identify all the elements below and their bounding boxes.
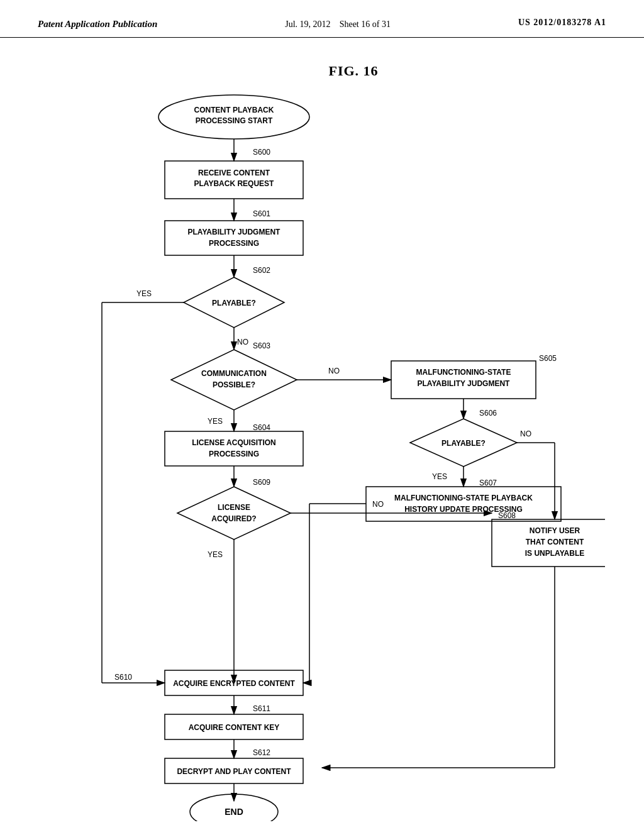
svg-text:PLAYABLE?: PLAYABLE? — [441, 439, 486, 448]
svg-text:S611: S611 — [253, 704, 270, 713]
header-center: Jul. 19, 2012 Sheet 16 of 31 — [285, 18, 391, 31]
svg-rect-11 — [165, 221, 303, 255]
svg-text:ACQUIRE CONTENT KEY: ACQUIRE CONTENT KEY — [189, 723, 280, 732]
svg-text:YES: YES — [136, 289, 152, 298]
svg-text:PROCESSING: PROCESSING — [209, 450, 259, 458]
publication-date: Jul. 19, 2012 — [285, 19, 330, 29]
svg-text:PLAYABILITY JUDGMENT: PLAYABILITY JUDGMENT — [188, 228, 281, 236]
svg-text:COMMUNICATION: COMMUNICATION — [201, 369, 267, 378]
svg-text:ACQUIRE ENCRYPTED CONTENT: ACQUIRE ENCRYPTED CONTENT — [173, 679, 295, 688]
svg-text:S605: S605 — [539, 354, 557, 363]
svg-text:NO: NO — [328, 367, 340, 375]
svg-text:POSSIBLE?: POSSIBLE? — [213, 380, 255, 389]
svg-text:PROCESSING: PROCESSING — [209, 239, 259, 248]
page-header: Patent Application Publication Jul. 19, … — [0, 0, 644, 38]
svg-text:S607: S607 — [479, 479, 497, 487]
svg-marker-24 — [171, 350, 297, 410]
svg-text:MALFUNCTIONING-STATE PLAYBACK: MALFUNCTIONING-STATE PLAYBACK — [394, 494, 533, 502]
svg-text:YES: YES — [208, 550, 223, 559]
svg-text:PLAYBACK REQUEST: PLAYBACK REQUEST — [194, 179, 275, 188]
svg-text:S604: S604 — [253, 423, 270, 432]
diagram-area: FIG. 16 CONTENT PLAYBACK PROCESSING STAR… — [0, 38, 644, 830]
svg-text:MALFUNCTIONING-STATE: MALFUNCTIONING-STATE — [416, 368, 511, 377]
svg-text:THAT CONTENT: THAT CONTENT — [526, 538, 584, 546]
svg-text:LICENSE: LICENSE — [218, 503, 250, 512]
svg-text:S603: S603 — [253, 341, 270, 350]
svg-text:PROCESSING START: PROCESSING START — [196, 116, 273, 125]
svg-text:NO: NO — [372, 500, 384, 509]
svg-text:S600: S600 — [253, 148, 270, 157]
svg-text:END: END — [225, 807, 243, 817]
figure-title: FIG. 16 — [63, 63, 644, 79]
svg-text:NO: NO — [520, 429, 531, 438]
svg-text:NOTIFY USER: NOTIFY USER — [530, 526, 580, 535]
svg-text:S610: S610 — [114, 673, 132, 682]
svg-rect-60 — [165, 431, 303, 466]
svg-marker-65 — [177, 487, 291, 540]
svg-text:S601: S601 — [253, 209, 270, 218]
svg-text:S609: S609 — [253, 478, 270, 487]
svg-text:IS UNPLAYABLE: IS UNPLAYABLE — [525, 549, 584, 558]
svg-text:PLAYABLE?: PLAYABLE? — [212, 299, 256, 307]
svg-text:S606: S606 — [479, 409, 497, 418]
sheet-info: Sheet 16 of 31 — [340, 19, 391, 29]
svg-text:S612: S612 — [253, 748, 270, 757]
patent-number: US 2012/0183278 A1 — [518, 18, 606, 28]
svg-text:YES: YES — [432, 472, 447, 481]
svg-text:NO: NO — [237, 338, 248, 346]
svg-text:YES: YES — [208, 417, 223, 426]
svg-text:CONTENT PLAYBACK: CONTENT PLAYBACK — [194, 106, 274, 114]
svg-rect-51 — [366, 487, 561, 521]
svg-text:ACQUIRED?: ACQUIRED? — [211, 514, 256, 523]
publication-label: Patent Application Publication — [38, 18, 157, 31]
svg-text:PLAYABILITY JUDGMENT: PLAYABILITY JUDGMENT — [418, 379, 511, 388]
svg-text:S602: S602 — [253, 266, 270, 275]
svg-text:RECEIVE CONTENT: RECEIVE CONTENT — [198, 169, 270, 177]
svg-text:HISTORY UPDATE PROCESSING: HISTORY UPDATE PROCESSING — [404, 505, 523, 514]
svg-text:DECRYPT AND PLAY CONTENT: DECRYPT AND PLAY CONTENT — [177, 767, 291, 776]
flowchart-svg: CONTENT PLAYBACK PROCESSING START S600 R… — [39, 79, 605, 821]
svg-text:LICENSE ACQUISITION: LICENSE ACQUISITION — [192, 438, 276, 447]
